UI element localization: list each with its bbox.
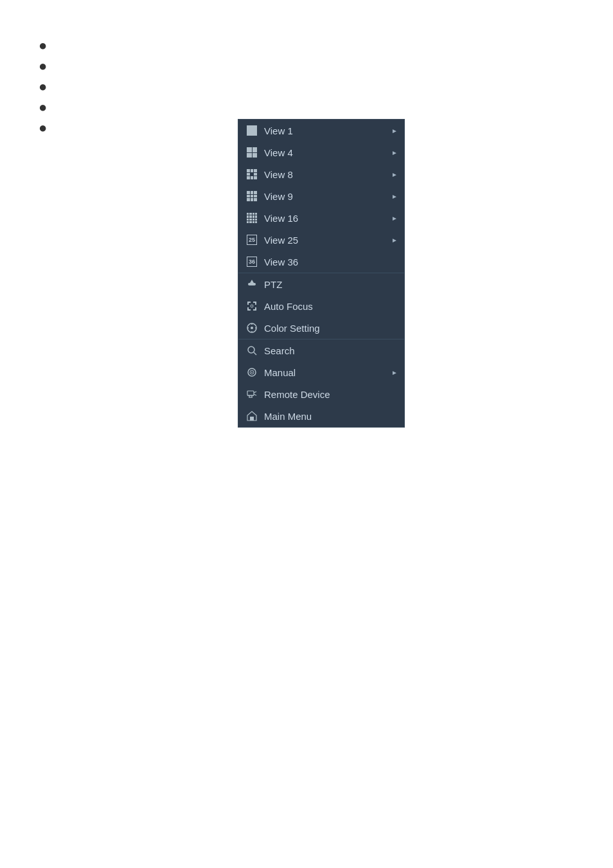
autofocus-icon (245, 299, 259, 313)
camera-section: PTZ Auto Focus (238, 273, 404, 339)
manual-arrow: ► (391, 369, 398, 376)
view25-arrow: ► (391, 237, 398, 244)
menu-item-view16[interactable]: View 16 ► (238, 207, 404, 229)
view4-label: View 4 (264, 147, 389, 158)
svg-rect-9 (255, 307, 256, 311)
bullet-3: ● (39, 80, 47, 94)
autofocus-label: Auto Focus (264, 301, 398, 312)
system-section: Search Manual ► (238, 339, 404, 427)
search-label: Search (264, 345, 398, 356)
search-icon (245, 343, 259, 357)
view16-arrow: ► (391, 215, 398, 222)
view1-arrow: ► (391, 127, 398, 134)
menu-item-view9[interactable]: View 9 ► (238, 185, 404, 207)
menu-item-view36[interactable]: 36 View 36 (238, 251, 404, 273)
view16-label: View 16 (264, 213, 389, 224)
svg-point-17 (248, 347, 254, 353)
manual-label: Manual (264, 367, 389, 378)
bullet-5: ● (39, 121, 47, 135)
menu-item-search[interactable]: Search (238, 339, 404, 361)
colorsetting-icon (245, 321, 259, 335)
view1-label: View 1 (264, 125, 389, 136)
menu-item-view8[interactable]: View 8 ► (238, 163, 404, 185)
bullet-2: ● (39, 59, 47, 73)
menu-item-mainmenu[interactable]: Main Menu (238, 405, 404, 427)
view16-icon (245, 211, 259, 225)
view4-arrow: ► (391, 149, 398, 156)
remotedevice-icon (245, 387, 259, 401)
view4-icon (245, 145, 259, 159)
svg-rect-0 (248, 283, 256, 285)
context-menu: View 1 ► View 4 ► View 8 ► (238, 119, 405, 428)
bullet-4: ● (39, 100, 47, 114)
view8-icon (245, 167, 259, 181)
mainmenu-icon (245, 409, 259, 423)
colorsetting-label: Color Setting (264, 323, 398, 334)
svg-point-21 (251, 372, 253, 373)
svg-rect-3 (247, 302, 249, 305)
svg-line-23 (254, 392, 256, 393)
ptz-icon (245, 277, 259, 291)
view9-icon (245, 189, 259, 203)
svg-rect-5 (255, 302, 256, 305)
svg-point-12 (251, 327, 253, 329)
svg-line-24 (254, 394, 256, 395)
bullet-list: ● ● ● ● ● (39, 39, 47, 135)
menu-item-colorsetting[interactable]: Color Setting (238, 317, 404, 339)
menu-item-view25[interactable]: 25 View 25 ► (238, 229, 404, 251)
svg-rect-22 (247, 391, 254, 395)
ptz-label: PTZ (264, 279, 398, 290)
svg-marker-1 (250, 280, 254, 283)
menu-item-manual[interactable]: Manual ► (238, 361, 404, 383)
bullet-1: ● (39, 39, 47, 53)
menu-item-view4[interactable]: View 4 ► (238, 141, 404, 163)
menu-item-remotedevice[interactable]: Remote Device (238, 383, 404, 405)
view8-label: View 8 (264, 169, 389, 180)
svg-point-10 (251, 305, 253, 307)
view1-icon (245, 123, 259, 138)
remotedevice-label: Remote Device (264, 389, 398, 400)
manual-icon (245, 365, 259, 379)
views-section: View 1 ► View 4 ► View 8 ► (238, 120, 404, 273)
svg-line-18 (254, 352, 256, 355)
svg-rect-7 (247, 307, 249, 311)
menu-item-view1[interactable]: View 1 ► (238, 120, 404, 141)
view25-icon: 25 (245, 233, 259, 247)
view9-arrow: ► (391, 193, 398, 200)
menu-item-autofocus[interactable]: Auto Focus (238, 295, 404, 317)
view25-label: View 25 (264, 235, 389, 246)
mainmenu-label: Main Menu (264, 411, 398, 422)
view36-label: View 36 (264, 257, 398, 267)
menu-item-ptz[interactable]: PTZ (238, 273, 404, 295)
view8-arrow: ► (391, 171, 398, 178)
view36-icon: 36 (245, 255, 259, 269)
view9-label: View 9 (264, 191, 389, 202)
svg-rect-30 (250, 417, 254, 420)
